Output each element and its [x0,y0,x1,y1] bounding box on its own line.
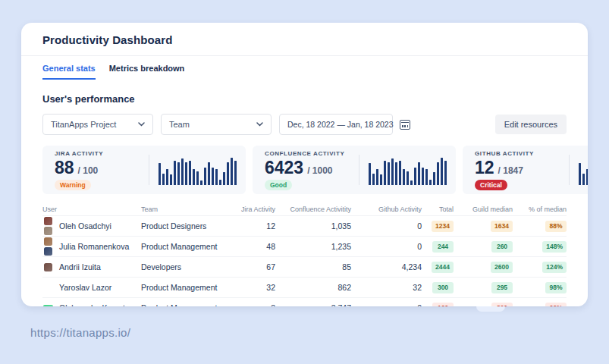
table-row[interactable]: Julia RomanenkovaProduct Management481,2… [42,236,567,256]
column-header-team: Team [141,206,228,213]
user-performance-table: User Team Jira Activity Confluence Activ… [21,194,588,306]
confluence-activity-cell: 3,747 [275,303,351,306]
total-badge-cell: 166 [422,303,454,307]
github-activity-cell: 4,234 [351,262,422,271]
user-name: Andrii Izuita [59,262,101,271]
user-name: Julia Romanenkova [59,242,129,251]
user-name: Oleksandra Kravets [59,303,129,306]
sparkline-bar [388,162,390,185]
table-row[interactable]: Andrii IzuitaDevelopers67854,23424442600… [42,256,567,277]
dashboard-card: Productivity Dashboard General stats Met… [21,23,588,306]
sparkline-bar [399,161,401,185]
confluence-activity-cell: 862 [275,283,351,292]
tab-metrics-breakdown[interactable]: Metrics breakdown [109,64,185,80]
chevron-down-icon [256,122,263,127]
table-row[interactable]: Oleksandra KravetsProduct Management83,7… [42,297,567,306]
kpi-confluence-sparkline [359,155,447,185]
sparkline-bar [189,161,191,185]
sparkline-bar [384,161,386,185]
kpi-jira-sparkline [149,155,237,185]
sparkline-bar [369,163,371,185]
kpi-confluence-left: CONFLUENCE ACTIVITY 6423 / 1000 Good [265,150,354,190]
sparkline-bar [403,169,405,185]
total-badge: 1234 [432,221,454,232]
kpi-jira-label: JIRA ACTIVITY [55,150,144,157]
card-header: Productivity Dashboard [21,23,588,56]
edit-resources-button[interactable]: Edit resources [495,115,567,134]
chevron-down-icon [138,122,145,127]
sparkline-bar [162,174,165,185]
avatar-stack [42,237,53,256]
column-header-total: Total [422,206,454,213]
kpi-jira-left: JIRA ACTIVITY 88 / 100 Warning [55,150,144,190]
sparkline-bar [586,169,588,185]
date-range-field[interactable]: Dec, 18 2022 — Jan, 18 2023 [279,114,393,135]
sparkline-bar [223,172,225,185]
total-badge: 166 [432,303,454,307]
kpi-confluence-label: CONFLUENCE ACTIVITY [265,150,354,157]
kpi-card-jira: JIRA ACTIVITY 88 / 100 Warning [42,146,246,194]
kpi-github-label: GITHUB ACTIVITY [475,150,564,157]
pct-of-median-badge-cell: 98% [513,282,567,293]
total-badge: 244 [432,241,454,253]
team-cell: Product Designers [141,221,228,231]
kpi-github-numbers: 12 / 1847 [475,159,564,177]
kpi-github-left: GITHUB ACTIVITY 12 / 1847 Critical [475,150,564,190]
team-select[interactable]: Team [161,114,272,135]
sparkline-bar [204,168,206,185]
kpi-jira-numbers: 88 / 100 [55,159,144,177]
avatar-stack [42,305,53,306]
avatar [44,217,52,225]
sparkline-bar [418,162,420,185]
jira-activity-cell: 48 [228,242,275,251]
kpi-github-value: 12 [475,159,494,177]
sparkline-bar [407,171,409,185]
user-cell: Oleksandra Kravets [42,303,141,306]
table-row[interactable]: Oleh OsadchyiProduct Designers121,035012… [42,215,567,236]
team-cell: Product Management [141,283,228,292]
sparkline-bar [185,162,187,185]
sparkline-bar [196,171,199,185]
project-select[interactable]: TitanApps Project [42,114,153,135]
column-header-confluence: Confluence Activitity [275,206,351,213]
pct-of-median-badge-cell: 148% [513,241,567,253]
column-header-github: Github Activity [351,206,422,213]
total-badge: 2444 [432,262,454,273]
guild-median-badge-cell: 1634 [454,221,513,232]
jira-activity-cell: 12 [228,221,275,231]
sparkline-bar [414,168,416,185]
avatar [44,263,52,271]
sparkline-bar [231,158,233,185]
table-row[interactable]: Yaroslav LazorProduct Management32862323… [42,277,567,297]
guild-median-badge: 295 [491,282,513,293]
kpi-jira-total: / 100 [78,165,99,176]
jira-activity-cell: 67 [228,262,275,271]
sparkline-bar [422,168,424,185]
tab-general-stats[interactable]: General stats [42,64,96,80]
sparkline-bar [444,161,447,185]
guild-median-badge: 1634 [491,221,513,232]
sparkline-bar [208,162,210,185]
sparkline-bar [441,158,443,185]
confluence-activity-cell: 1,035 [275,221,351,231]
page-title: Productivity Dashboard [42,33,567,46]
avatar-stack [42,263,53,271]
sparkline-bar [437,162,439,185]
user-name: Oleh Osadchyi [59,221,111,231]
avatar [44,237,52,246]
sparkline-bar [425,169,428,185]
total-badge-cell: 300 [422,282,454,293]
guild-median-badge-cell: 2600 [454,262,513,273]
github-activity-cell: 0 [351,242,422,251]
pct-of-median-badge: 88% [545,221,567,232]
kpi-strip: JIRA ACTIVITY 88 / 100 Warning CONFLUENC… [21,135,588,194]
avatar [44,227,52,235]
total-badge: 300 [432,282,454,293]
sparkline-bar [219,180,221,185]
status-badge-warning: Warning [55,180,91,190]
kpi-card-confluence: CONFLUENCE ACTIVITY 6423 / 1000 Good [253,146,456,194]
jira-activity-cell: 8 [228,303,275,306]
github-activity-cell: 32 [351,283,422,292]
team-cell: Product Management [141,242,228,251]
team-cell: Developers [141,262,228,271]
